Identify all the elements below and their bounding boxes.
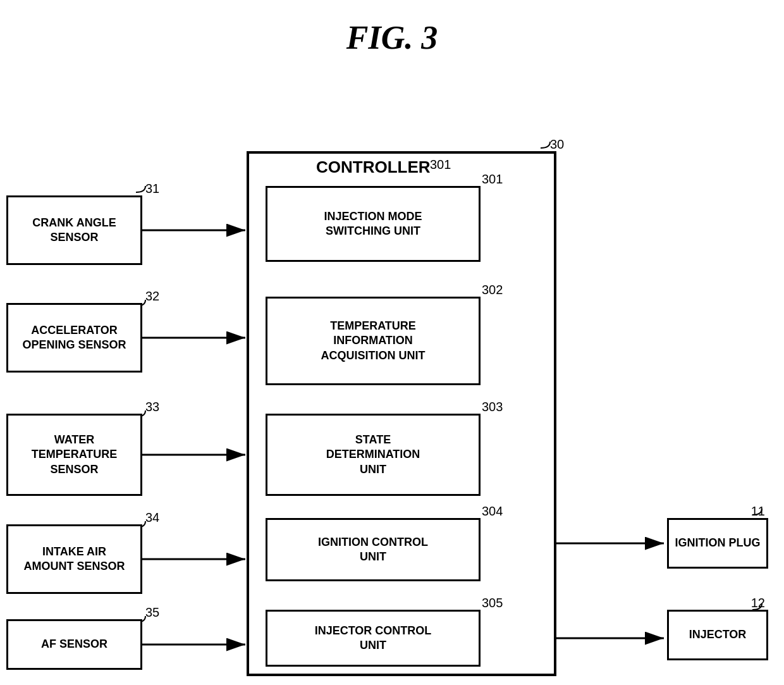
ref-accelerator: 32 (145, 289, 159, 304)
ref-intake-air: 34 (145, 510, 159, 525)
ref-af-sensor: 35 (145, 605, 159, 620)
ref-controller-outer: 30 (550, 137, 564, 152)
ref-ignition-plug: 11 (751, 504, 765, 519)
state-determination-unit: STATE DETERMINATION UNIT (266, 414, 481, 496)
ref-controller-inner: 301 (430, 157, 451, 172)
ref-state-det: 303 (482, 400, 503, 414)
af-sensor: AF SENSOR (6, 619, 142, 670)
crank-angle-sensor: CRANK ANGLE SENSOR (6, 195, 142, 265)
ignition-plug: IGNITION PLUG (667, 518, 768, 569)
ref-injection-mode: 301 (482, 172, 503, 187)
ref-injector-ctrl: 305 (482, 596, 503, 610)
injection-mode-switching-unit: INJECTION MODE SWITCHING UNIT (266, 186, 481, 262)
temperature-information-acquisition-unit: TEMPERATURE INFORMATION ACQUISITION UNIT (266, 297, 481, 385)
intake-air-amount-sensor: INTAKE AIR AMOUNT SENSOR (6, 524, 142, 594)
ref-temp-info: 302 (482, 283, 503, 297)
diagram: CRANK ANGLE SENSOR 31 ACCELERATOR OPENIN… (0, 69, 784, 676)
injector: INJECTOR (667, 610, 768, 660)
water-temperature-sensor: WATER TEMPERATURE SENSOR (6, 414, 142, 496)
controller-label: CONTROLLER (316, 157, 431, 177)
ref-injector: 12 (751, 596, 765, 610)
ignition-control-unit: IGNITION CONTROL UNIT (266, 518, 481, 581)
page-title: FIG. 3 (0, 0, 784, 69)
ref-ignition-ctrl: 304 (482, 504, 503, 519)
injector-control-unit: INJECTOR CONTROL UNIT (266, 610, 481, 667)
ref-crank-angle: 31 (145, 182, 159, 196)
ref-water-temp: 33 (145, 400, 159, 414)
accelerator-opening-sensor: ACCELERATOR OPENING SENSOR (6, 303, 142, 373)
